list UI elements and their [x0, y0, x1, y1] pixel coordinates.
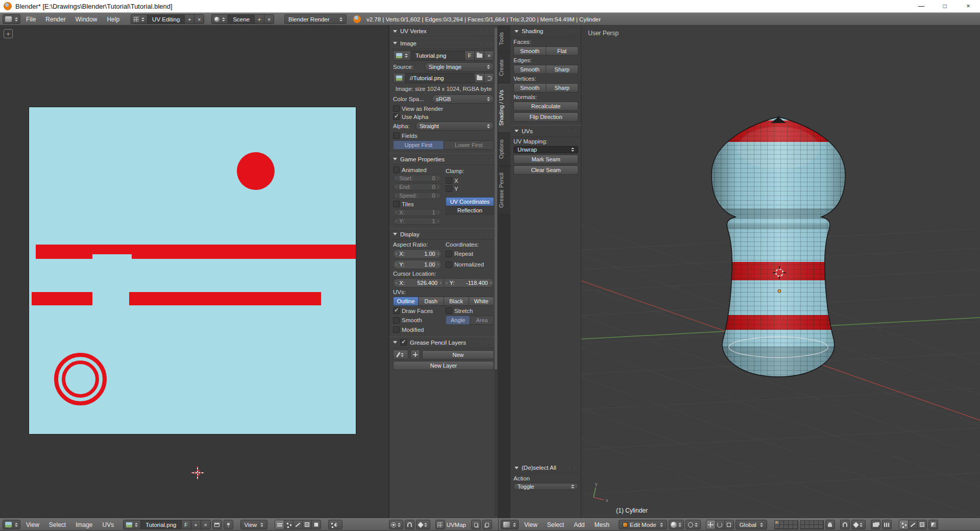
pivot-view-dropdown[interactable]: View	[240, 520, 268, 529]
use-alpha-checkbox[interactable]	[393, 113, 400, 120]
vertices-sharp-button[interactable]: Sharp	[546, 83, 578, 92]
layout-name-field[interactable]: UV Editing	[148, 15, 184, 23]
clamp-y-checkbox[interactable]	[446, 185, 452, 192]
animated-row[interactable]: Animated	[393, 166, 442, 173]
snap-element-dropdown[interactable]	[851, 520, 866, 529]
editor-type-3d-button[interactable]	[501, 520, 519, 529]
source-dropdown[interactable]: Single Image	[425, 62, 494, 71]
normalized-checkbox[interactable]	[446, 261, 452, 268]
menu-help[interactable]: Help	[103, 15, 124, 24]
new-layer-button[interactable]: New Layer	[393, 361, 494, 370]
cursor-y-field[interactable]: ‹Y:-118.400›	[444, 278, 495, 287]
upper-first-button[interactable]: Upper First	[393, 140, 444, 150]
tab-tools[interactable]: Tools	[498, 26, 510, 53]
fields-checkbox[interactable]	[393, 132, 400, 139]
menu-window[interactable]: Window	[71, 15, 102, 24]
draw-faces-row[interactable]: Draw Faces	[393, 307, 442, 314]
normalized-row[interactable]: Normalized	[446, 261, 494, 268]
paste-mirrored-uv-icon[interactable]	[482, 520, 492, 529]
scene-name-field[interactable]: Scene	[228, 15, 254, 23]
browse-file-button[interactable]	[474, 74, 484, 83]
snap-magnet-icon[interactable]	[405, 520, 414, 529]
maximize-button[interactable]: □	[933, 0, 957, 12]
smooth-checkbox[interactable]	[393, 317, 400, 324]
grease-pencil-panel-header[interactable]: Grease Pencil Layers ⋮⋮⋮	[389, 336, 498, 348]
delete-layout-button[interactable]: ×	[194, 15, 204, 23]
start-field[interactable]: ‹Start:0›	[393, 175, 442, 182]
browse-scene-button[interactable]	[212, 15, 228, 23]
faces-flat-button[interactable]: Flat	[546, 46, 578, 56]
proportional-edit-dropdown[interactable]	[389, 520, 403, 529]
recalculate-button[interactable]: Recalculate	[513, 102, 578, 111]
clamp-x-checkbox[interactable]	[446, 177, 452, 184]
repeat-row[interactable]: Repeat	[446, 251, 494, 257]
new-image-button[interactable]: +	[191, 520, 201, 529]
speed-field[interactable]: ‹Speed:0›	[393, 192, 442, 199]
aspect-x-field[interactable]: ‹X:1.00›	[393, 249, 442, 258]
stretch-row[interactable]: Stretch	[446, 307, 494, 314]
tiles-x-field[interactable]: ‹X:1›	[393, 209, 442, 216]
smooth-row[interactable]: Smooth	[393, 317, 442, 324]
clamp-y-row[interactable]: Y	[446, 185, 494, 192]
fake-user-button[interactable]: F	[181, 520, 191, 529]
viewport-3d[interactable]: x y User Persp (1) Cylinder	[581, 26, 980, 518]
v3d-menu-select[interactable]: Select	[543, 520, 568, 529]
edge-select-mode-icon[interactable]	[908, 520, 918, 529]
fields-row[interactable]: Fields	[393, 132, 494, 139]
browse-layout-button[interactable]	[131, 15, 148, 23]
grease-pencil-datablock-button[interactable]	[393, 350, 408, 359]
uv-menu-image[interactable]: Image	[71, 520, 96, 529]
edges-sharp-button[interactable]: Sharp	[546, 65, 578, 74]
shading-panel-header[interactable]: Shading ⋮⋮	[510, 26, 581, 37]
lock-to-scene-icon[interactable]	[825, 520, 835, 529]
repeat-checkbox[interactable]	[446, 251, 452, 257]
browse-image-button[interactable]	[394, 51, 411, 60]
animated-checkbox[interactable]	[393, 166, 400, 173]
menu-render[interactable]: Render	[41, 15, 69, 24]
stretch-checkbox[interactable]	[446, 307, 452, 314]
grease-new-button[interactable]: New	[422, 350, 494, 359]
browse-image-button[interactable]	[124, 520, 141, 529]
snap-magnet-icon[interactable]	[840, 520, 850, 529]
mode-dropdown[interactable]: Edit Mode	[619, 520, 667, 529]
snap-element-dropdown[interactable]	[416, 520, 430, 529]
opengl-animation-icon[interactable]	[882, 520, 892, 529]
end-field[interactable]: ‹End:0›	[393, 183, 442, 190]
display-panel-header[interactable]: Display ⋮⋮⋮	[389, 228, 498, 240]
clear-seam-button[interactable]: Clear Seam	[513, 165, 578, 175]
tab-create[interactable]: Create	[498, 53, 510, 83]
uvs-panel-header[interactable]: UVs ⋮⋮	[510, 125, 581, 137]
n-panel-scrollbar[interactable]	[495, 28, 497, 516]
edge-select-icon[interactable]	[293, 520, 303, 529]
clamp-x-row[interactable]: X	[446, 177, 494, 184]
use-alpha-row[interactable]: Use Alpha	[393, 113, 494, 120]
pivot-point-dropdown[interactable]	[685, 520, 701, 529]
layer-cell[interactable]	[818, 524, 823, 529]
pin-image-button[interactable]	[224, 520, 233, 529]
face-select-icon[interactable]	[302, 520, 312, 529]
action-dropdown[interactable]: Toggle	[513, 483, 578, 490]
pack-image-button[interactable]	[212, 520, 222, 529]
grease-pencil-checkbox[interactable]	[400, 339, 407, 346]
add-layout-button[interactable]: +	[184, 15, 194, 23]
uv-dash-button[interactable]: Dash	[418, 297, 444, 306]
edges-smooth-button[interactable]: Smooth	[513, 65, 546, 74]
uv-coordinates-button[interactable]: UV Coordinates	[446, 197, 494, 206]
translate-manipulator-icon[interactable]	[706, 520, 716, 529]
limit-to-visible-icon[interactable]	[928, 520, 938, 529]
delete-scene-button[interactable]: ×	[264, 15, 274, 23]
add-scene-button[interactable]: +	[254, 15, 264, 23]
layer-cell[interactable]	[774, 520, 779, 525]
unlink-image-button[interactable]: ×	[484, 51, 494, 60]
image-name-field[interactable]: Tutorial.png	[411, 51, 464, 60]
fake-user-button[interactable]: F	[464, 51, 474, 60]
faces-smooth-button[interactable]: Smooth	[513, 46, 546, 56]
stretch-area-button[interactable]: Area	[470, 316, 494, 325]
editor-type-image-button[interactable]	[3, 520, 20, 529]
vertex-select-mode-icon[interactable]	[899, 520, 909, 529]
modified-checkbox[interactable]	[393, 326, 400, 333]
reload-image-button[interactable]	[484, 74, 494, 83]
draw-faces-checkbox[interactable]	[393, 307, 400, 314]
opengl-render-icon[interactable]	[871, 520, 880, 529]
uv-menu-view[interactable]: View	[22, 520, 43, 529]
